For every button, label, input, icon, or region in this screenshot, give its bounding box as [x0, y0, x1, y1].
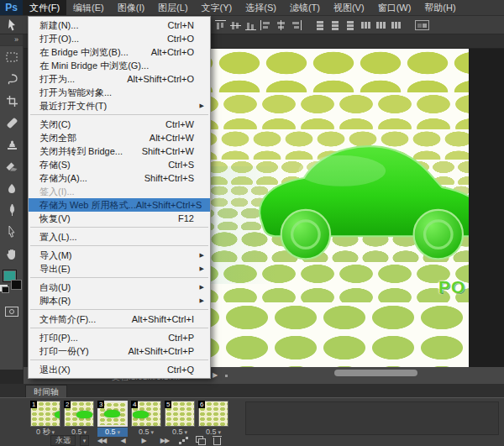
first-frame-button[interactable]: ◀◀ [93, 435, 110, 446]
file-menu-item[interactable] [30, 328, 208, 328]
menubar-item[interactable]: 文字(Y) [195, 0, 239, 15]
file-menu-item[interactable]: 置入(L)... [29, 230, 210, 244]
pen-tool[interactable] [0, 199, 24, 221]
hand-tool[interactable] [0, 243, 24, 265]
delete-frame-button[interactable] [213, 435, 223, 446]
status-flyout-arrow[interactable]: ▶ [213, 371, 218, 379]
distribute-left-edges-icon[interactable] [360, 20, 371, 30]
default-colors-icon[interactable] [2, 286, 9, 293]
file-menu-item[interactable]: 打印一份(Y) Alt+Shift+Ctrl+P [29, 344, 210, 358]
file-menu-item[interactable]: 自动(U) ▶ [29, 281, 210, 294]
file-menu-item[interactable]: 存储(S) Ctrl+S [29, 158, 210, 171]
auto-align-layers-icon[interactable] [415, 20, 429, 30]
menubar-item-label: 窗口(W) [378, 3, 412, 13]
panel-collapse-button[interactable]: » [0, 34, 23, 46]
duplicate-frame-button[interactable] [195, 435, 208, 446]
menu-item-label: 自动(U) [39, 281, 71, 294]
eraser-tool[interactable] [0, 155, 24, 177]
distribute-horizontal-centers-icon[interactable] [375, 20, 386, 30]
timeline-tab[interactable]: 时间轴 [25, 385, 67, 397]
menubar-item-label: 滤镜(T) [290, 3, 320, 13]
submenu-arrow-icon: ▶ [198, 252, 204, 259]
quick-mask-mode-button[interactable] [5, 307, 18, 317]
file-menu-item[interactable]: 存储为(A)... Shift+Ctrl+S [29, 171, 210, 185]
file-menu-item[interactable]: 最近打开文件(T) ▶ [29, 99, 210, 113]
smudge-tool[interactable] [0, 177, 24, 199]
green-car-graphic [251, 136, 469, 264]
frame-number: 1 [30, 401, 37, 408]
align-horizontal-centers-icon[interactable] [276, 20, 286, 30]
file-menu-item[interactable]: 打印(P)... Ctrl+P [29, 331, 210, 344]
file-menu-item[interactable] [30, 227, 208, 228]
menu-item-label: 关闭全部 [39, 132, 76, 144]
menu-item-shortcut: Ctrl+Q [167, 365, 194, 375]
loop-count-dropdown[interactable]: 永远 [50, 435, 76, 446]
loop-caret-icon[interactable]: ▾ [80, 435, 89, 446]
menu-item-shortcut: Alt+Shift+Ctrl+S [136, 200, 202, 210]
file-menu-item[interactable] [30, 309, 208, 310]
menu-item-shortcut: Alt+Ctrl+W [150, 133, 194, 143]
healing-brush-tool[interactable] [0, 112, 24, 134]
animation-frame[interactable]: 5 0.5 [165, 401, 195, 437]
file-menu-item[interactable]: 脚本(R) ▶ [29, 294, 210, 307]
file-menu-item[interactable]: 文件简介(F)... Alt+Shift+Ctrl+I [29, 312, 210, 326]
distribute-bottom-edges-icon[interactable] [345, 20, 356, 30]
distribute-vertical-centers-icon[interactable] [330, 20, 341, 30]
file-menu-item[interactable]: 签入(I)... [29, 185, 210, 198]
distribute-right-edges-icon[interactable] [391, 20, 402, 30]
file-menu-item[interactable]: 存储为 Web 所用格式... Alt+Shift+Ctrl+S [29, 198, 210, 212]
align-top-edges-icon[interactable] [215, 20, 226, 30]
path-selection-tool[interactable] [0, 221, 24, 243]
align-bottom-edges-icon[interactable] [245, 20, 256, 30]
menu-item-label: 打开(O)... [39, 33, 79, 45]
file-menu-item[interactable]: 恢复(V) F12 [29, 212, 210, 225]
file-menu-item[interactable]: 导入(M) ▶ [29, 249, 210, 262]
play-button[interactable]: ▶ [135, 435, 152, 446]
animation-frame[interactable]: 6 0.5 [198, 401, 228, 437]
rectangular-marquee-tool[interactable] [0, 46, 24, 68]
crop-tool[interactable] [0, 90, 24, 112]
menu-item-label: 导入(M) [39, 249, 72, 262]
file-menu-item[interactable]: 在 Mini Bridge 中浏览(G)... [29, 59, 210, 72]
file-menu-item[interactable] [30, 359, 208, 360]
file-menu-item[interactable]: 在 Bridge 中浏览(B)... Alt+Ctrl+O [29, 45, 210, 59]
animation-frame[interactable]: 4 0.5 [131, 401, 161, 437]
file-menu-item[interactable] [30, 114, 208, 115]
animation-frame[interactable]: 1 0 秒 [30, 401, 60, 437]
menubar-item[interactable]: 选择(S) [239, 0, 283, 15]
menubar-item[interactable]: 编辑(E) [66, 0, 111, 15]
file-menu-item[interactable]: 打开为... Alt+Shift+Ctrl+O [29, 72, 210, 86]
file-menu-item[interactable]: 新建(N)... Ctrl+N [29, 18, 210, 32]
animation-frame[interactable]: 3 0.5 [97, 401, 128, 437]
clone-stamp-tool[interactable] [0, 134, 24, 155]
file-menu-item[interactable]: 打开为智能对象... [29, 86, 210, 99]
file-menu-item[interactable] [30, 277, 208, 278]
timeline-panel: 1 0 秒 2 0.5 3 [0, 397, 504, 446]
horizontal-scrollbar-thumb[interactable] [334, 370, 417, 376]
animation-frame[interactable]: 2 0.5 [64, 401, 94, 437]
file-menu-item[interactable]: 打开(O)... Ctrl+O [29, 32, 210, 45]
lasso-tool[interactable] [0, 68, 24, 90]
menubar-item[interactable]: 窗口(W) [371, 0, 418, 15]
menubar-item[interactable]: 帮助(H) [417, 0, 462, 15]
menubar-item[interactable]: 视图(V) [327, 0, 371, 15]
align-left-edges-icon[interactable] [260, 20, 271, 30]
tween-button[interactable] [177, 435, 191, 446]
file-menu-item[interactable]: 导出(E) ▶ [29, 262, 210, 275]
file-menu-item[interactable]: 退出(X) Ctrl+Q [29, 363, 210, 376]
background-color-swatch[interactable] [11, 280, 22, 290]
photoshop-logo: Ps [0, 0, 23, 15]
next-frame-button[interactable]: ▶▶ [156, 435, 173, 446]
file-menu-item[interactable]: 关闭并转到 Bridge... Shift+Ctrl+W [29, 144, 210, 158]
menubar-item[interactable]: 滤镜(T) [283, 0, 327, 15]
file-menu-item[interactable] [30, 245, 208, 246]
file-menu-item[interactable]: 关闭全部 Alt+Ctrl+W [29, 131, 210, 144]
align-right-edges-icon[interactable] [291, 20, 302, 30]
previous-frame-button[interactable]: ◀ [114, 435, 131, 446]
menubar-item[interactable]: 文件(F) [23, 0, 66, 15]
menubar-item[interactable]: 图层(L) [151, 0, 194, 15]
menubar-item[interactable]: 图像(I) [111, 0, 151, 15]
file-menu-item[interactable]: 关闭(C) Ctrl+W [29, 118, 210, 131]
distribute-top-edges-icon[interactable] [315, 20, 326, 30]
align-vertical-centers-icon[interactable] [230, 20, 241, 30]
